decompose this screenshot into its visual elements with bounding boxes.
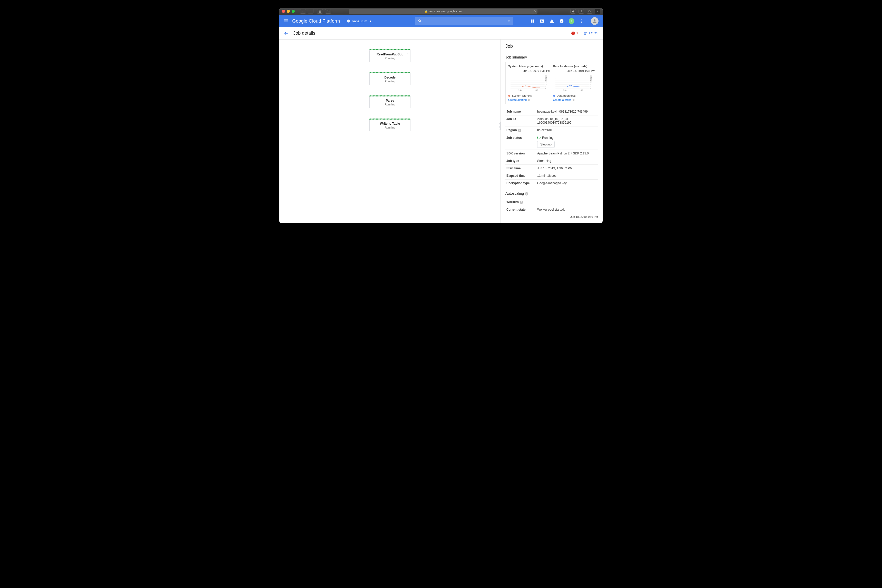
window-controls — [282, 10, 295, 13]
search-input[interactable]: ▼ — [416, 16, 513, 26]
notifications-icon[interactable] — [549, 18, 554, 24]
autoscaling-table: Workers?1 Current stateWorker pool start… — [506, 198, 598, 213]
chevron-down-icon[interactable]: ⌄ — [406, 52, 408, 55]
svg-text:10: 10 — [545, 83, 547, 85]
search-dropdown-icon[interactable]: ▼ — [508, 20, 510, 22]
help-icon[interactable] — [559, 18, 564, 24]
back-arrow-button[interactable] — [284, 31, 289, 36]
page-title: Job details — [293, 30, 315, 36]
svg-text:1:45: 1:45 — [535, 89, 538, 91]
svg-text:20: 20 — [590, 79, 592, 81]
share-icon[interactable]: ⇪ — [579, 9, 584, 14]
reload-icon[interactable]: ⟳ — [534, 10, 536, 13]
logs-button[interactable]: LOGS — [584, 31, 598, 35]
freshness-chart: Data freshness (seconds) Jun 18, 2019 1:… — [553, 64, 596, 101]
panel-title: Job — [506, 44, 598, 49]
project-picker[interactable]: vanaurum ▼ — [345, 18, 374, 24]
autoscaling-timestamp: Jun 18, 2019 1:36 PM — [506, 215, 598, 218]
lock-icon: 🔒 — [424, 10, 428, 13]
gift-icon[interactable] — [530, 18, 535, 24]
chevron-down-icon[interactable]: ⌄ — [406, 122, 408, 124]
gcp-header: Google Cloud Platform vanaurum ▼ ▼ 1 — [279, 15, 603, 27]
cloud-shell-icon[interactable] — [540, 18, 544, 24]
product-name: Google Cloud Platform — [292, 18, 340, 24]
pipeline-canvas[interactable]: ReadFromPubSub Running ⌄ Decode Running … — [279, 39, 501, 223]
svg-text:1:40: 1:40 — [518, 89, 522, 91]
search-icon — [418, 19, 422, 23]
external-link-icon: ⧉ — [573, 98, 574, 101]
latency-chart: System latency (seconds) Jun 18, 2019 1:… — [508, 64, 550, 101]
sidebar-button[interactable]: ▥ — [317, 9, 323, 14]
svg-text:30: 30 — [590, 75, 592, 77]
privacy-report-icon[interactable]: ⓘ — [325, 9, 331, 14]
freshness-sparkline: 302520 15105 0 1:401:45 — [553, 74, 596, 92]
external-link-icon: ⧉ — [528, 98, 530, 101]
menu-icon[interactable] — [284, 18, 289, 24]
back-button[interactable]: ‹ — [300, 9, 306, 14]
autoscaling-title: Autoscaling? — [506, 191, 598, 196]
project-icon — [347, 20, 350, 22]
address-bar[interactable]: 🔒 console.cloud.google.com ⟳ — [349, 9, 537, 14]
autoscaling-chart: 1 0 1:40 1:45 — [506, 220, 598, 223]
error-badge[interactable]: ! 1 — [572, 31, 578, 35]
close-window-button[interactable] — [282, 10, 285, 13]
logs-label: LOGS — [589, 31, 598, 35]
spinner-icon — [537, 136, 540, 139]
more-icon[interactable] — [579, 18, 584, 24]
pipeline-step[interactable]: Parse Running — [369, 96, 411, 108]
svg-text:30: 30 — [545, 75, 547, 77]
svg-text:25: 25 — [590, 77, 592, 79]
project-name: vanaurum — [352, 19, 367, 23]
svg-text:10: 10 — [590, 83, 592, 85]
svg-text:5: 5 — [590, 86, 591, 87]
svg-text:25: 25 — [545, 77, 547, 79]
browser-titlebar: ‹ › ▥ ⓘ 🔒 console.cloud.google.com ⟳ ⊕ ⇪… — [279, 8, 603, 15]
summary-title: Job summary — [506, 55, 598, 59]
dropdown-icon: ▼ — [369, 20, 372, 22]
help-icon[interactable]: ? — [520, 201, 523, 204]
svg-text:15: 15 — [590, 81, 592, 83]
url-text: console.cloud.google.com — [429, 10, 462, 13]
help-icon[interactable]: ? — [525, 192, 528, 195]
pipeline-step[interactable]: ReadFromPubSub Running ⌄ — [369, 50, 411, 62]
legend-dot — [553, 94, 555, 97]
account-avatar[interactable] — [591, 17, 598, 25]
tabs-icon[interactable]: ⧉ — [587, 9, 592, 14]
svg-text:20: 20 — [545, 79, 547, 81]
maximize-window-button[interactable] — [292, 10, 295, 13]
svg-text:1:45: 1:45 — [579, 89, 583, 91]
error-count: 1 — [576, 31, 578, 35]
pipeline-step[interactable]: Write to Table Running ⌄ — [369, 119, 411, 131]
stop-job-button[interactable]: Stop job — [537, 141, 555, 148]
minimize-window-button[interactable] — [287, 10, 290, 13]
svg-text:0: 0 — [545, 88, 546, 90]
page-subheader: Job details ! 1 LOGS — [279, 27, 603, 39]
svg-text:15: 15 — [545, 81, 547, 83]
help-icon[interactable]: ? — [518, 129, 521, 132]
svg-text:0: 0 — [590, 88, 591, 90]
legend-dot — [508, 94, 510, 97]
pipeline-step[interactable]: Decode Running — [369, 73, 411, 85]
job-details-table: Job namebeamapp-kevin-0618173626-743499 … — [506, 108, 598, 187]
error-icon: ! — [572, 32, 575, 35]
create-alerting-link[interactable]: Create alerting⧉ — [508, 98, 550, 101]
latency-sparkline: 302520 15105 0 1:401:45 — [508, 74, 550, 92]
create-alerting-link[interactable]: Create alerting⧉ — [553, 98, 596, 101]
panel-resize-handle[interactable] — [499, 122, 501, 130]
forward-button[interactable]: › — [308, 9, 314, 14]
downloads-icon[interactable]: ⊕ — [570, 9, 576, 14]
svg-text:5: 5 — [545, 86, 546, 87]
svg-text:1:40: 1:40 — [563, 89, 567, 91]
new-tab-button[interactable]: ＋ — [595, 9, 600, 14]
job-panel: Job Job summary System latency (seconds)… — [501, 39, 603, 223]
notification-badge[interactable]: 1 — [569, 18, 574, 24]
